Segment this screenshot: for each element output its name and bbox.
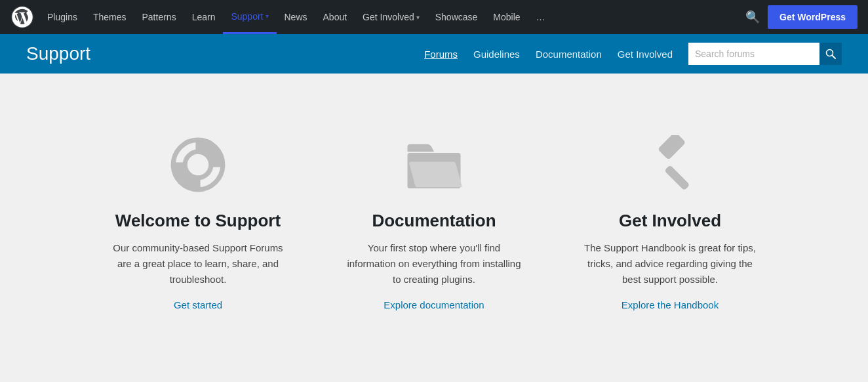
- wordpress-logo[interactable]: [10, 5, 34, 29]
- support-page-title: Support: [26, 43, 90, 64]
- documentation-card-link[interactable]: Explore documentation: [384, 299, 484, 310]
- nav-item-support[interactable]: Support ▾: [223, 0, 276, 34]
- welcome-card-title: Welcome to Support: [115, 211, 281, 231]
- svg-rect-10: [664, 165, 690, 190]
- nav-links: Plugins Themes Patterns Learn Support ▾ …: [39, 0, 738, 34]
- hammer-icon: [637, 132, 703, 198]
- search-submit-button[interactable]: [819, 43, 842, 65]
- nav-item-get-involved[interactable]: Get Involved ▾: [355, 0, 427, 34]
- get-involved-card-link[interactable]: Explore the Handbook: [621, 299, 719, 310]
- forum-search-bar: [688, 43, 842, 65]
- main-content: Welcome to Support Our community-based S…: [0, 74, 868, 382]
- support-header-bar: Support Forums Guidelines Documentation …: [0, 34, 868, 74]
- support-nav-get-involved[interactable]: Get Involved: [618, 49, 673, 60]
- get-involved-card-title: Get Involved: [619, 211, 721, 231]
- nav-item-news[interactable]: News: [277, 0, 315, 34]
- nav-item-themes[interactable]: Themes: [85, 0, 134, 34]
- top-navigation: Plugins Themes Patterns Learn Support ▾ …: [0, 0, 868, 34]
- get-involved-card: Get Involved The Support Handbook is gre…: [565, 119, 775, 324]
- documentation-card-title: Documentation: [372, 211, 496, 231]
- get-involved-card-desc: The Support Handbook is great for tips, …: [578, 240, 762, 287]
- nav-item-showcase[interactable]: Showcase: [427, 0, 486, 34]
- svg-rect-11: [658, 135, 686, 160]
- svg-line-2: [833, 56, 836, 59]
- get-involved-dropdown-chevron: ▾: [416, 14, 420, 21]
- search-icon: [825, 49, 836, 59]
- support-dropdown-chevron: ▾: [266, 12, 269, 20]
- support-nav-guidelines[interactable]: Guidelines: [473, 49, 520, 60]
- global-search-icon[interactable]: 🔍: [738, 10, 768, 24]
- support-nav-forums[interactable]: Forums: [424, 49, 458, 60]
- support-navigation: Forums Guidelines Documentation Get Invo…: [424, 49, 673, 60]
- get-wordpress-button[interactable]: Get WordPress: [768, 5, 858, 29]
- nav-item-learn[interactable]: Learn: [184, 0, 224, 34]
- welcome-card: Welcome to Support Our community-based S…: [93, 119, 303, 324]
- documentation-card: Documentation Your first stop where you'…: [329, 119, 539, 324]
- folder-open-icon: [401, 132, 467, 198]
- documentation-card-desc: Your first stop where you'll find inform…: [342, 240, 526, 287]
- cards-container: Welcome to Support Our community-based S…: [73, 119, 795, 324]
- nav-item-plugins[interactable]: Plugins: [39, 0, 85, 34]
- search-forums-input[interactable]: [688, 43, 819, 65]
- nav-item-more[interactable]: …: [528, 0, 553, 34]
- welcome-card-link[interactable]: Get started: [174, 299, 222, 310]
- support-nav-documentation[interactable]: Documentation: [536, 49, 602, 60]
- nav-item-mobile[interactable]: Mobile: [485, 0, 528, 34]
- lifering-icon: [165, 132, 231, 198]
- nav-item-patterns[interactable]: Patterns: [134, 0, 184, 34]
- svg-point-4: [185, 152, 211, 178]
- nav-item-about[interactable]: About: [315, 0, 355, 34]
- welcome-card-desc: Our community-based Support Forums are a…: [106, 240, 290, 287]
